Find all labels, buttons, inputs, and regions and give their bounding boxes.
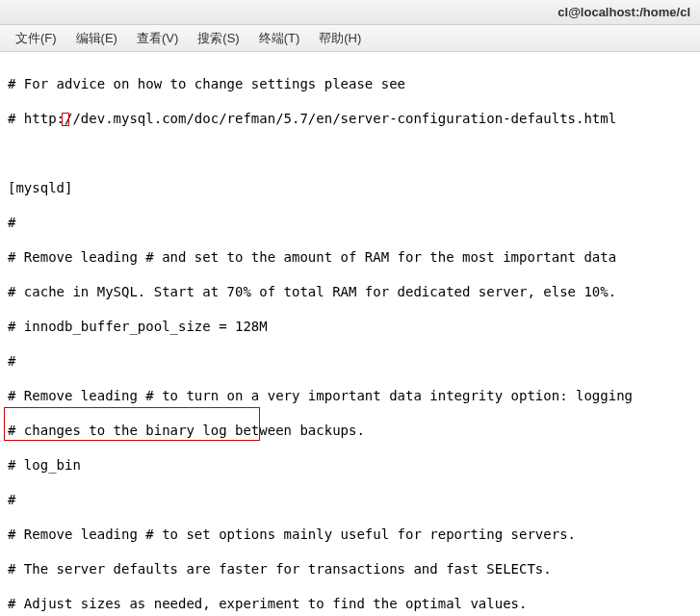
file-line: # cache in MySQL. Start at 70% of total … — [8, 283, 692, 300]
file-line: # Remove leading # to set options mainly… — [8, 526, 692, 543]
menu-search[interactable]: 搜索(S) — [188, 26, 248, 51]
menu-terminal[interactable]: 终端(T) — [249, 26, 310, 51]
file-line: # Adjust sizes as needed, experiment to … — [8, 595, 692, 612]
file-line: [mysqld] — [8, 179, 692, 196]
menubar: 文件(F) 编辑(E) 查看(V) 搜索(S) 终端(T) 帮助(H) — [0, 25, 700, 52]
menu-view[interactable]: 查看(V) — [127, 26, 188, 51]
file-line: # changes to the binary log between back… — [8, 422, 692, 439]
file-line: # For advice on how to change settings p… — [8, 75, 692, 92]
window-titlebar: cl@localhost:/home/cl — [0, 0, 700, 25]
menu-help[interactable]: 帮助(H) — [309, 26, 371, 51]
file-line — [8, 144, 692, 162]
file-line: # innodb_buffer_pool_size = 128M — [8, 318, 692, 335]
file-line: # The server defaults are faster for tra… — [8, 560, 692, 578]
file-line: # http://dev.mysql.com/doc/refman/5.7/en… — [8, 110, 692, 127]
terminal-area[interactable]: # For advice on how to change settings p… — [0, 52, 700, 616]
window-title: cl@localhost:/home/cl — [557, 5, 690, 19]
file-line: # Remove leading # to turn on a very imp… — [8, 387, 692, 404]
file-line: # — [8, 491, 692, 508]
file-line: # Remove leading # and set to the amount… — [8, 248, 692, 266]
file-line: # log_bin — [8, 456, 692, 474]
menu-file[interactable]: 文件(F) — [6, 26, 66, 51]
file-line: # — [8, 214, 692, 231]
file-line: # — [8, 352, 692, 370]
menu-edit[interactable]: 编辑(E) — [66, 26, 127, 51]
